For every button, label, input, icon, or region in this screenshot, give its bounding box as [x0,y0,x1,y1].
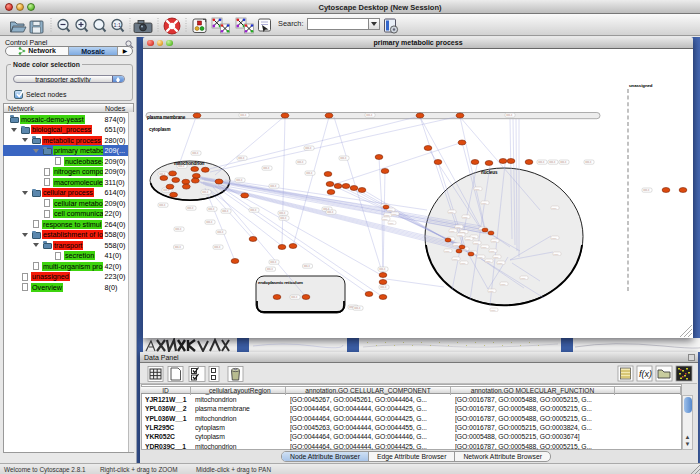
svg-text:xxx-x: xxx-x [279,212,286,215]
svg-text:xxx-x: xxx-x [214,246,221,249]
svg-text:mitochondrion: mitochondrion [174,161,205,166]
svg-text:xxx-x: xxx-x [270,261,277,264]
svg-text:xxx-x: xxx-x [238,157,245,160]
svg-text:xxx-x: xxx-x [206,221,213,224]
svg-text:xxx-x: xxx-x [217,231,224,234]
svg-text:xxx-x: xxx-x [267,268,274,271]
svg-text:xxx-x: xxx-x [291,296,298,299]
svg-text:xxx-x: xxx-x [506,114,513,117]
svg-text:xxx-x: xxx-x [366,114,373,117]
svg-text:f(x): f(x) [639,369,652,379]
svg-text:xxx-x: xxx-x [585,161,592,164]
svg-text:xxx-x: xxx-x [560,161,567,164]
svg-text:xxx-x: xxx-x [175,246,182,249]
svg-text:xxx-x: xxx-x [270,185,277,188]
svg-text:nucleus: nucleus [481,170,498,175]
svg-text:xxx-x: xxx-x [297,161,304,164]
svg-text:xxx-x: xxx-x [538,161,545,164]
svg-text:xxx-x: xxx-x [643,189,650,192]
svg-text:unassigned: unassigned [629,83,653,88]
svg-text:xxx-x: xxx-x [305,147,312,150]
svg-text:xxx-x: xxx-x [175,228,182,231]
svg-text:xxx-x: xxx-x [208,208,215,211]
svg-text:xxx-x: xxx-x [240,114,247,117]
svg-text:xxx-x: xxx-x [222,210,229,213]
svg-text:xxx-x: xxx-x [306,172,313,175]
svg-text:xxx-x: xxx-x [159,204,166,207]
svg-text:xxx-x: xxx-x [250,209,257,212]
svg-text:xxx-x: xxx-x [280,217,287,220]
svg-text:xxx-x: xxx-x [340,157,347,160]
svg-text:xxx-x: xxx-x [202,191,209,194]
svg-text:xxx-x: xxx-x [304,265,311,268]
svg-text:xxx-x: xxx-x [549,161,556,164]
svg-text:plasma membrane: plasma membrane [147,114,186,119]
svg-text:cytoplasm: cytoplasm [149,127,170,132]
svg-text:xxx-x: xxx-x [379,268,386,271]
svg-text:xxx-x: xxx-x [354,307,361,310]
svg-text:xxx-x: xxx-x [263,167,270,170]
svg-text:xxx-x: xxx-x [163,189,170,192]
svg-text:xxx-x: xxx-x [187,207,194,210]
svg-text:xxx-x: xxx-x [327,211,334,214]
svg-text:xxx-x: xxx-x [380,286,387,289]
svg-text:xxx-x: xxx-x [236,179,243,182]
svg-text:xxx-x: xxx-x [192,152,199,155]
svg-text:endoplasmic reticulum: endoplasmic reticulum [258,280,303,285]
